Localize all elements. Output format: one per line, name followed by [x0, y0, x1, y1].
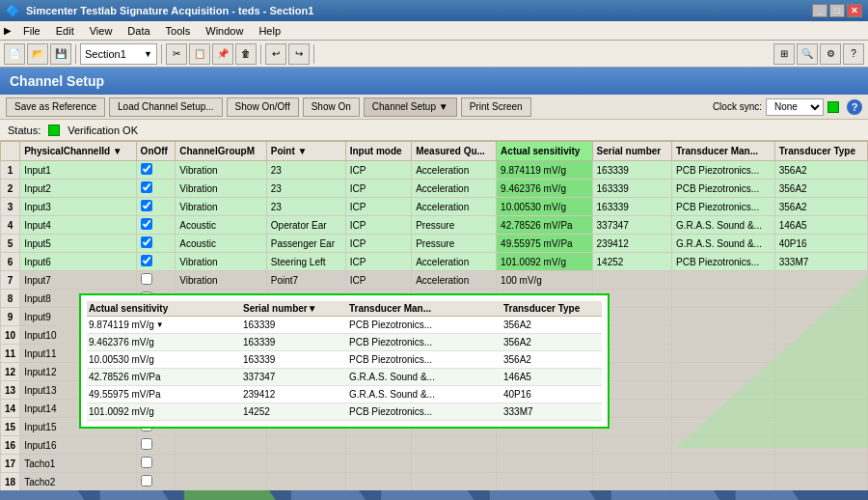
minimize-button[interactable]: _ [812, 4, 827, 17]
tooltip-sensitivity[interactable]: 9.874119 mV/g ▼ [89, 319, 243, 330]
onoff-checkbox[interactable] [141, 475, 152, 486]
cell-mfr [672, 345, 775, 363]
cell-mode: ICP [345, 216, 412, 235]
nav-item-tracking-setup[interactable]: Tracking Setup [369, 490, 479, 500]
col-input-mode[interactable]: Input mode [345, 142, 412, 161]
cell-point: Point7 [266, 271, 345, 290]
print-screen-button[interactable]: Print Screen [461, 97, 531, 117]
nav-item-documentation[interactable]: Documentation [0, 490, 90, 500]
main-content: PhysicalChannelId ▼ OnOff ChannelGroupM … [0, 141, 868, 490]
nav-item-measure[interactable]: Measure [724, 490, 804, 500]
col-measured[interactable]: Measured Qu... [412, 142, 497, 161]
nav-item-acquisition-setup[interactable]: Acquisition Setup [478, 490, 601, 500]
cell-channel-id: Input7 [20, 271, 136, 290]
tooltip-type: 146A5 [503, 372, 600, 382]
new-button[interactable]: 📄 [4, 43, 25, 65]
cell-point: Operator Ear [266, 216, 345, 235]
cell-mfr [672, 271, 775, 290]
col-onoff[interactable]: OnOff [136, 142, 176, 161]
table-row[interactable]: 18Tacho2 [1, 473, 868, 491]
tooltip-type: 333M7 [503, 406, 600, 417]
table-row[interactable]: 2Input2Vibration23ICPAcceleration9.46237… [1, 180, 868, 198]
col-point[interactable]: Point ▼ [266, 142, 345, 161]
row-number: 3 [1, 198, 20, 216]
redo-button[interactable]: ↪ [288, 43, 310, 65]
tooltip-mfr: G.R.A.S. Sound &... [349, 372, 503, 382]
cell-sensitivity: 10.00530 mV/g [497, 198, 592, 216]
table-row[interactable]: 6Input6VibrationSteering LeftICPAccelera… [1, 253, 868, 271]
menu-window[interactable]: Window [198, 23, 251, 39]
clock-sync-dropdown[interactable]: None [766, 98, 824, 116]
onoff-checkbox[interactable] [141, 273, 152, 285]
table-row[interactable]: 4Input4AcousticOperator EarICPPressure42… [1, 216, 868, 235]
cell-type [774, 418, 867, 436]
open-button[interactable]: 📂 [27, 43, 48, 65]
menu-view[interactable]: View [82, 23, 121, 39]
delete-button[interactable]: 🗑 [235, 43, 257, 65]
menu-file[interactable]: File [15, 23, 48, 39]
tooltip-serial: 163339 [243, 337, 349, 347]
table-row[interactable]: 16Input16 [1, 436, 868, 455]
cell-mfr: PCB Piezotronics... [672, 253, 775, 271]
undo-button[interactable]: ↩ [265, 43, 286, 65]
onoff-checkbox[interactable] [141, 236, 152, 248]
paste-button[interactable]: 📌 [212, 43, 233, 65]
table-row[interactable]: 5Input5AcousticPassenger EarICPPressure4… [1, 235, 868, 253]
onoff-checkbox[interactable] [141, 200, 152, 211]
cell-mfr [672, 381, 775, 400]
save-button[interactable]: 💾 [50, 43, 71, 65]
tooltip-col-serial[interactable]: Serial number▼ [243, 303, 349, 314]
onoff-checkbox[interactable] [141, 438, 152, 450]
zoom-button[interactable]: 🔍 [797, 43, 818, 65]
cell-measured [412, 473, 497, 491]
onoff-checkbox[interactable] [141, 255, 152, 266]
onoff-checkbox[interactable] [141, 457, 152, 468]
close-button[interactable]: ✕ [847, 4, 862, 17]
menu-tools[interactable]: Tools [158, 23, 199, 39]
cell-channel-id: Tacho1 [20, 455, 136, 473]
save-reference-button[interactable]: Save as Reference [6, 97, 105, 117]
load-channel-setup-button[interactable]: Load Channel Setup... [109, 97, 223, 117]
maximize-button[interactable]: □ [829, 4, 845, 17]
cut-button[interactable]: ✂ [166, 43, 187, 65]
settings-button[interactable]: ⚙ [820, 43, 841, 65]
tooltip-sensitivity: 10.00530 mV/g [89, 354, 243, 365]
sensitivity-dropdown-arrow-icon[interactable]: ▼ [156, 320, 164, 329]
nav-item-calibration[interactable]: Calibration [280, 490, 370, 500]
show-onoff-button[interactable]: Show On/Off [227, 97, 299, 117]
menu-help[interactable]: Help [251, 23, 288, 39]
onoff-checkbox[interactable] [141, 163, 152, 175]
onoff-checkbox[interactable] [141, 181, 152, 193]
help-toolbar-button[interactable]: ? [843, 43, 864, 65]
col-transducer-mfr[interactable]: Transducer Man... [672, 142, 775, 161]
cell-measured: Pressure [412, 235, 497, 253]
table-row[interactable]: 17Tacho1 [1, 455, 868, 473]
channel-setup-dropdown-button[interactable]: Channel Setup ▼ [364, 97, 457, 117]
col-transducer-type[interactable]: Transducer Type [774, 142, 867, 161]
cell-onoff [136, 161, 176, 180]
nav-item-navigator[interactable]: Navigator [89, 490, 174, 500]
separator-2 [161, 44, 162, 64]
nav-item-online-processing[interactable]: Online Processing [600, 490, 725, 500]
view-button[interactable]: ⊞ [773, 43, 795, 65]
cell-serial: 14252 [592, 253, 671, 271]
cell-serial [592, 436, 671, 455]
copy-button[interactable]: 📋 [189, 43, 210, 65]
menu-edit[interactable]: Edit [48, 23, 82, 39]
help-button[interactable]: ? [847, 99, 862, 115]
cell-channel-id: Input4 [20, 216, 136, 235]
col-serial[interactable]: Serial number [592, 142, 671, 161]
col-actual-sensitivity[interactable]: Actual sensitivity [497, 142, 592, 161]
onoff-checkbox[interactable] [141, 218, 152, 230]
row-number: 17 [1, 455, 20, 473]
show-on-button[interactable]: Show On [303, 97, 360, 117]
col-channel-group[interactable]: ChannelGroupM [176, 142, 267, 161]
table-row[interactable]: 3Input3Vibration23ICPAcceleration10.0053… [1, 198, 868, 216]
status-text: Verification OK [68, 125, 138, 136]
section-dropdown[interactable]: Section1 ▼ [80, 43, 157, 65]
nav-item-channel-setup[interactable]: Channel Setup [173, 490, 281, 500]
menu-data[interactable]: Data [120, 23, 157, 39]
col-physical-channel[interactable]: PhysicalChannelId ▼ [20, 142, 136, 161]
table-row[interactable]: 1Input1Vibration23ICPAcceleration9.87411… [1, 161, 868, 180]
table-row[interactable]: 7Input7VibrationPoint7ICPAcceleration100… [1, 271, 868, 290]
